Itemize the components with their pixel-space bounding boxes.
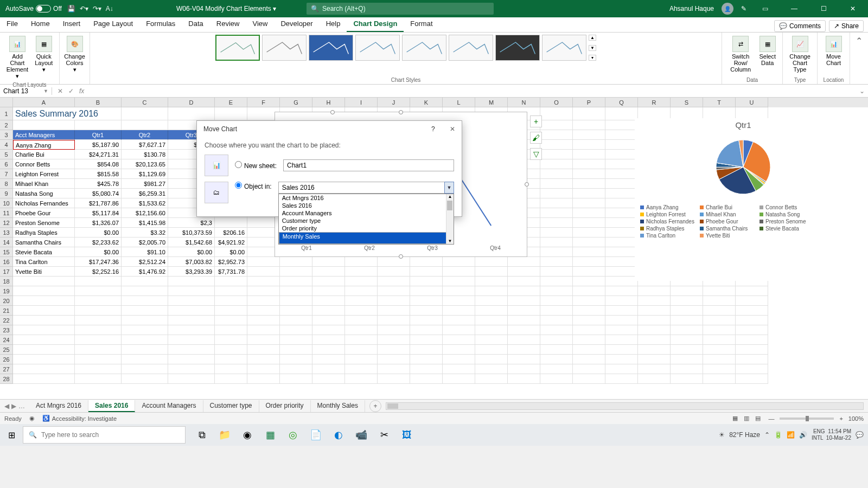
cell[interactable] xyxy=(475,316,508,325)
cell[interactable] xyxy=(280,325,312,335)
cell[interactable] xyxy=(443,355,475,364)
cell[interactable]: Radhya Staples xyxy=(13,228,75,237)
chart-style-6[interactable] xyxy=(449,35,493,61)
column-header[interactable]: U xyxy=(736,98,768,107)
cell[interactable] xyxy=(573,140,605,150)
row-header[interactable]: 11 xyxy=(0,208,13,218)
cell[interactable] xyxy=(573,159,605,169)
start-button[interactable]: ⊞ xyxy=(0,424,23,446)
cell[interactable] xyxy=(215,286,247,296)
dropdown-item[interactable]: Account Managers xyxy=(279,209,454,217)
notifications-icon[interactable]: 💬 xyxy=(856,431,864,439)
cell[interactable] xyxy=(312,316,345,325)
column-header[interactable]: G xyxy=(280,98,312,107)
cell[interactable] xyxy=(540,169,573,179)
cell[interactable] xyxy=(168,296,215,306)
cell[interactable] xyxy=(703,316,736,325)
tab-chart-design[interactable]: Chart Design xyxy=(347,16,404,32)
cell[interactable] xyxy=(703,355,736,364)
cell[interactable] xyxy=(215,107,247,120)
column-header[interactable]: N xyxy=(508,98,540,107)
cell[interactable] xyxy=(671,374,703,384)
column-header[interactable]: O xyxy=(540,98,573,107)
cell[interactable] xyxy=(573,296,605,306)
volume-icon[interactable]: 🔊 xyxy=(799,431,807,439)
cell[interactable] xyxy=(312,296,345,306)
snip-icon[interactable]: ✂ xyxy=(374,425,394,445)
user-name[interactable]: Ahsanul Haque xyxy=(669,5,714,12)
cell[interactable] xyxy=(345,345,378,355)
tab-developer[interactable]: Developer xyxy=(274,16,319,32)
cell[interactable] xyxy=(573,267,605,277)
cell[interactable]: Acct Managers xyxy=(13,130,75,140)
sheet-tab[interactable]: Monthly Sales xyxy=(311,400,365,412)
cell[interactable] xyxy=(247,257,280,267)
cell[interactable] xyxy=(75,120,122,130)
cell[interactable] xyxy=(540,316,573,325)
cell[interactable] xyxy=(312,345,345,355)
new-sheet-button[interactable]: + xyxy=(369,400,381,412)
undo-icon[interactable]: ↶▾ xyxy=(80,5,88,12)
cell[interactable]: $5,187.90 xyxy=(75,140,122,150)
row-header[interactable]: 20 xyxy=(0,296,13,306)
cell[interactable] xyxy=(410,325,443,335)
cell[interactable] xyxy=(605,130,638,140)
cell[interactable] xyxy=(215,306,247,316)
cell[interactable] xyxy=(540,208,573,218)
cell[interactable]: Connor Betts xyxy=(13,159,75,169)
cell[interactable] xyxy=(508,277,540,286)
cell[interactable] xyxy=(378,267,410,277)
document-title[interactable]: W06-V04 Modify Chart Elements ▾ xyxy=(176,5,276,12)
cell[interactable]: $2,233.62 xyxy=(75,237,122,247)
cell[interactable]: Mihael Khan xyxy=(13,179,75,189)
cell[interactable] xyxy=(280,257,312,267)
column-header[interactable]: K xyxy=(410,98,443,107)
zoom-in-icon[interactable]: + xyxy=(839,415,843,422)
cell[interactable] xyxy=(410,296,443,306)
cell[interactable]: $0.00 xyxy=(75,228,122,237)
row-header[interactable]: 1 xyxy=(0,107,13,120)
cell[interactable] xyxy=(605,257,638,267)
cell[interactable] xyxy=(122,355,168,364)
cell[interactable] xyxy=(638,316,671,325)
accessibility-status[interactable]: Accessibility: Investigate xyxy=(52,415,117,422)
chart-filter-icon[interactable]: ▽ xyxy=(530,148,542,160)
tab-more-icon[interactable]: … xyxy=(18,402,25,410)
cell[interactable] xyxy=(378,306,410,316)
row-header[interactable]: 12 xyxy=(0,218,13,228)
cell[interactable] xyxy=(378,296,410,306)
cell[interactable] xyxy=(410,345,443,355)
normal-view-icon[interactable]: ▦ xyxy=(730,414,740,422)
cell[interactable] xyxy=(122,316,168,325)
cell[interactable]: $5,080.74 xyxy=(75,189,122,198)
cell[interactable] xyxy=(605,218,638,228)
cell[interactable] xyxy=(345,374,378,384)
cell[interactable] xyxy=(378,374,410,384)
cell[interactable] xyxy=(540,296,573,306)
cell[interactable] xyxy=(703,306,736,316)
cell[interactable] xyxy=(443,335,475,345)
close-icon[interactable]: ✕ xyxy=(842,0,864,17)
excel-icon[interactable]: ▦ xyxy=(260,425,280,445)
chart-brush-icon[interactable]: 🖌 xyxy=(530,132,542,144)
cell[interactable] xyxy=(312,355,345,364)
cell[interactable] xyxy=(247,325,280,335)
cell[interactable] xyxy=(540,107,573,120)
gallery-up-icon[interactable]: ▲ xyxy=(589,35,596,41)
tab-scroll-left-icon[interactable]: ◀ xyxy=(4,402,9,410)
cell[interactable] xyxy=(75,325,122,335)
cell[interactable] xyxy=(671,286,703,296)
cell[interactable] xyxy=(573,228,605,237)
cell[interactable] xyxy=(13,374,75,384)
cell[interactable]: Samantha Chairs xyxy=(13,237,75,247)
cell[interactable] xyxy=(168,355,215,364)
object-in-radio[interactable]: Object in: xyxy=(235,182,272,190)
cell[interactable] xyxy=(13,325,75,335)
cell[interactable] xyxy=(540,345,573,355)
change-chart-type-button[interactable]: 📈Change Chart Type xyxy=(787,35,813,74)
cell[interactable] xyxy=(736,286,768,296)
tab-help[interactable]: Help xyxy=(320,16,347,32)
cell[interactable]: $12,156.60 xyxy=(122,208,168,218)
draw-icon[interactable]: ✎ xyxy=(741,5,746,12)
cell[interactable] xyxy=(75,296,122,306)
